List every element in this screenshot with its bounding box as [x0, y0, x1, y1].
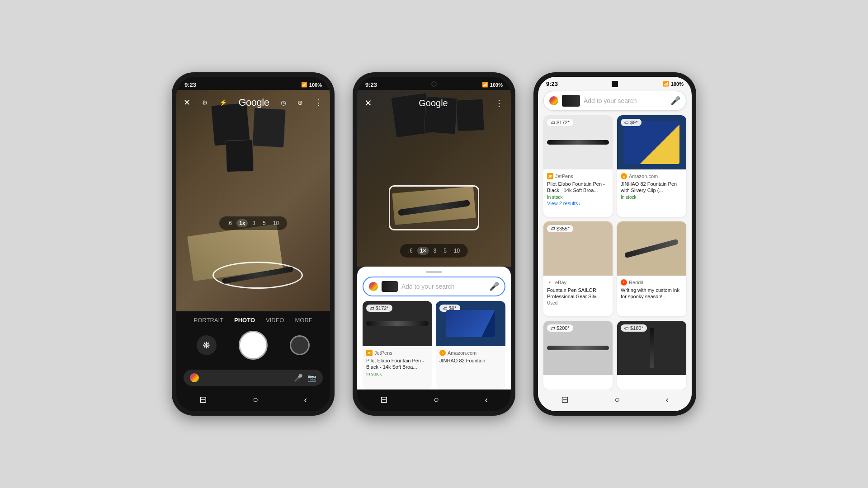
- search-pill[interactable]: 🎤 📷: [184, 370, 323, 386]
- tag-6: 🏷: [624, 326, 629, 331]
- result-info-1: JP JetPens Pilot Elabo Fountain Pen - Bl…: [543, 169, 613, 210]
- result-card-5[interactable]: 🏷 $200*: [543, 321, 613, 389]
- flip-button[interactable]: [290, 335, 310, 355]
- result-card-6[interactable]: 🏷 $160*: [617, 321, 686, 389]
- result-card-4[interactable]: r Reddit Writing with my custom ink for …: [617, 221, 686, 317]
- sheet-search-bar[interactable]: Add to your search 🎤: [363, 277, 505, 296]
- tag-2: 🏷: [624, 120, 629, 125]
- zoom-3[interactable]: 3: [250, 219, 258, 227]
- mode-more[interactable]: MORE: [295, 317, 312, 324]
- r-title-1: Pilot Elabo Fountain Pen - Black - 14k S…: [547, 181, 609, 194]
- view-results-link[interactable]: View 2 results ›: [547, 201, 609, 206]
- phone-3: 9:23 📶 100% Add to your search 🎤: [533, 72, 696, 416]
- google-logo-1: Google: [239, 97, 269, 108]
- pen-selected: [212, 262, 303, 289]
- view-results-text: View 2 results: [547, 201, 578, 206]
- mic-icon-top[interactable]: 🎤: [670, 96, 680, 106]
- result-info-2: a Amazon.com JINHAO 82 Fountain Pen with…: [617, 169, 686, 203]
- status-icons-3: 📶 100%: [663, 81, 684, 87]
- gallery-button[interactable]: ❋: [197, 335, 217, 355]
- timer-icon[interactable]: ◷: [281, 99, 286, 106]
- shutter-button[interactable]: [239, 331, 268, 360]
- r-title-3: Fountain Pen SAILOR Professional Gear Si…: [547, 287, 609, 300]
- bottom-nav-1: ⊟ ○ ‹: [176, 389, 330, 411]
- result-img-5: 🏷 $200*: [543, 321, 613, 375]
- nav-recent-2[interactable]: ⊟: [380, 394, 388, 405]
- result-card-2[interactable]: 🏷 $9* a Amazon.com JINHAO 82 Fountain Pe…: [617, 115, 686, 217]
- result-info-4: r Reddit Writing with my custom ink for …: [617, 276, 686, 304]
- nav-back-3[interactable]: ‹: [666, 394, 669, 405]
- price-badge-1: 🏷 $172*: [366, 305, 392, 312]
- r-seller-name-3: eBay: [555, 280, 566, 285]
- settings-icon[interactable]: ⚙: [202, 99, 208, 106]
- nav-home-2[interactable]: ○: [434, 394, 439, 405]
- product-card-1[interactable]: 🏷 $172* JP JetPens Pilot Elabo Fountain …: [363, 301, 432, 389]
- r-pen-4: [624, 239, 679, 258]
- card-img-2: 🏷 $9*: [436, 301, 505, 346]
- mic-icon-sheet[interactable]: 🎤: [489, 282, 499, 291]
- p2-zoom-06[interactable]: .6: [406, 247, 415, 255]
- mic-icon[interactable]: 🎤: [294, 374, 303, 382]
- reddit-icon: r: [621, 279, 627, 286]
- flash-icon[interactable]: ⚡: [219, 99, 227, 106]
- more-icon[interactable]: ⋮: [315, 98, 323, 108]
- p2-zoom-1x[interactable]: 1×: [417, 247, 429, 255]
- status-bar-2: 9:23 📶 100%: [357, 77, 511, 90]
- zoom-10[interactable]: 10: [270, 219, 282, 227]
- close-icon-2[interactable]: ✕: [364, 98, 372, 108]
- status-icons-2: 📶 100%: [482, 82, 503, 88]
- mode-photo[interactable]: PHOTO: [234, 317, 255, 324]
- r-pen-6: [650, 328, 654, 368]
- nav-recent-icon[interactable]: ⊟: [199, 394, 207, 405]
- battery-3: 100%: [671, 81, 684, 87]
- result-info-5: [543, 375, 613, 382]
- time-1: 9:23: [184, 81, 196, 88]
- sheet-search-text: Add to your search: [401, 283, 486, 290]
- pen-visual-2: [446, 310, 495, 337]
- g-icon-top: [549, 96, 558, 105]
- card-info-2: a Amazon.com JINHAO 82 Fountain: [436, 346, 505, 367]
- mode-portrait[interactable]: PORTRAIT: [194, 317, 224, 324]
- r-price-3: $355*: [557, 226, 570, 231]
- nav-recent-3[interactable]: ⊟: [561, 394, 569, 405]
- nav-back-icon[interactable]: ‹: [304, 394, 307, 405]
- time-2: 9:23: [365, 81, 377, 88]
- tag-icon-1: 🏷: [370, 306, 374, 311]
- p2-zoom-3[interactable]: 3: [430, 247, 439, 255]
- camera-hole-1: [250, 81, 256, 87]
- box-2: [252, 108, 286, 148]
- camera-controls: ❋: [176, 327, 330, 367]
- product-card-2[interactable]: 🏷 $9* a Amazon.com JINHAO 82 Fountain: [436, 301, 505, 389]
- bottom-nav-2: ⊟ ○ ‹: [357, 389, 511, 411]
- camera-mode-bar: PORTRAIT PHOTO VIDEO MORE: [176, 311, 330, 327]
- zoom-1x[interactable]: 1x: [236, 219, 248, 227]
- result-info-3: e eBay Fountain Pen SAILOR Professional …: [543, 276, 613, 310]
- pen-selection-box: [389, 185, 479, 230]
- seller-name-2: Amazon.com: [448, 350, 476, 356]
- search-bar-top[interactable]: Add to your search 🎤: [543, 91, 686, 111]
- p2-zoom-10[interactable]: 10: [451, 247, 462, 255]
- nav-back-2[interactable]: ‹: [485, 394, 488, 405]
- zoom-06[interactable]: .6: [225, 219, 235, 227]
- lens-icon[interactable]: 📷: [307, 374, 316, 382]
- zoom-5[interactable]: 5: [260, 219, 269, 227]
- ar-icon[interactable]: ⊕: [297, 99, 303, 106]
- phone-1: 9:23 📶 100% ✕ ⚙ ⚡ Google ◷ ⊕ ⋮: [172, 72, 335, 416]
- more-icon-2[interactable]: ⋮: [495, 98, 504, 108]
- status-bar-1: 9:23 📶 100%: [176, 77, 330, 90]
- pen-visual-1: [366, 321, 429, 326]
- result-card-1[interactable]: 🏷 $172* JP JetPens Pilot Elabo Fountain …: [543, 115, 613, 217]
- close-icon[interactable]: ✕: [184, 98, 190, 108]
- mode-video[interactable]: VIDEO: [266, 317, 284, 324]
- result-card-3[interactable]: 🏷 $355* e eBay Fountain Pen: [543, 221, 613, 317]
- phone2-zoom: .6 1× 3 5 10: [400, 244, 468, 258]
- results-grid: 🏷 $172* JP JetPens Pilot Elabo Fountain …: [538, 115, 692, 389]
- boxes-group: [203, 104, 294, 185]
- nav-home-3[interactable]: ○: [614, 394, 620, 405]
- box-3: [226, 140, 254, 172]
- p2-zoom-5[interactable]: 5: [441, 247, 449, 255]
- nav-home-icon[interactable]: ○: [253, 394, 258, 405]
- phone-2: 9:23 📶 100% ✕ Google ⋮: [353, 72, 515, 416]
- tag-1: 🏷: [551, 120, 555, 125]
- r-pen-5: [547, 346, 609, 350]
